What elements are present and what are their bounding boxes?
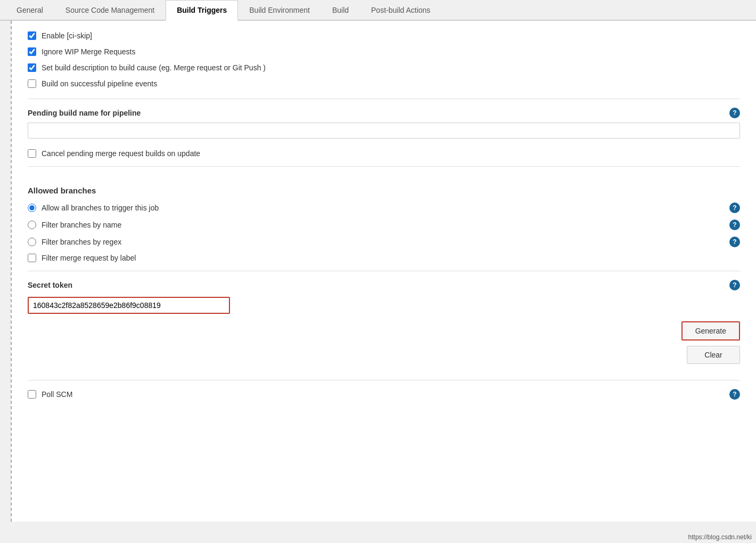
checkbox-row-ci-skip: Enable [ci-skip] <box>28 31 740 40</box>
tab-source-code[interactable]: Source Code Management <box>54 0 166 20</box>
filter-by-regex-help-icon[interactable]: ? <box>729 237 740 247</box>
pending-build-input[interactable] <box>28 123 740 139</box>
pending-build-label: Pending build name for pipeline <box>28 109 141 117</box>
radio-filter-by-regex: Filter branches by regex ? <box>28 237 740 247</box>
tab-build-environment[interactable]: Build Environment <box>238 0 321 20</box>
main-content: Enable [ci-skip] Ignore WIP Merge Reques… <box>11 21 756 522</box>
tab-bar: General Source Code Management Build Tri… <box>0 0 756 21</box>
checkbox-row-filter-merge: Filter merge request by label <box>28 254 740 262</box>
ignore-wip-label: Ignore WIP Merge Requests <box>42 47 135 56</box>
checkbox-row-set-build-desc: Set build description to build cause (eg… <box>28 63 740 72</box>
secret-token-input[interactable] <box>28 297 230 314</box>
checkbox-row-cancel-pending: Cancel pending merge request builds on u… <box>28 149 740 158</box>
build-pipeline-checkbox[interactable] <box>28 79 36 88</box>
status-bar: https://blog.csdn.net/ki <box>684 531 756 543</box>
triggers-checkboxes: Enable [ci-skip] Ignore WIP Merge Reques… <box>28 31 740 88</box>
poll-scm-label: Poll SCM <box>42 390 72 399</box>
secret-token-help-icon[interactable]: ? <box>729 280 740 290</box>
filter-by-name-radio[interactable] <box>28 221 36 229</box>
allowed-branches-section: Allowed branches Allow all branches to t… <box>28 166 740 262</box>
tab-general[interactable]: General <box>5 0 54 20</box>
cancel-pending-label: Cancel pending merge request builds on u… <box>42 149 200 158</box>
poll-scm-checkbox[interactable] <box>28 390 36 399</box>
build-pipeline-label: Build on successful pipeline events <box>42 79 157 88</box>
filter-merge-checkbox[interactable] <box>28 254 36 262</box>
secret-token-label-text: Secret token <box>28 281 72 289</box>
allowed-branches-title: Allowed branches <box>28 186 740 195</box>
secret-token-section: Secret token ? Generate Clear <box>28 271 740 364</box>
all-branches-radio[interactable] <box>28 204 36 212</box>
set-build-desc-checkbox[interactable] <box>28 63 36 72</box>
radio-all-branches: Allow all branches to trigger this job ? <box>28 202 740 213</box>
filter-by-regex-label: Filter branches by regex <box>42 238 121 246</box>
secret-token-label-row: Secret token ? <box>28 280 740 290</box>
set-build-desc-label: Set build description to build cause (eg… <box>42 63 266 72</box>
checkbox-row-ignore-wip: Ignore WIP Merge Requests <box>28 47 740 56</box>
poll-scm-help-icon[interactable]: ? <box>729 389 740 400</box>
ci-skip-label: Enable [ci-skip] <box>42 31 92 40</box>
clear-button[interactable]: Clear <box>687 346 740 364</box>
generate-button[interactable]: Generate <box>681 321 740 341</box>
poll-scm-section: Poll SCM ? <box>28 380 740 400</box>
tab-post-build[interactable]: Post-build Actions <box>360 0 441 20</box>
radio-filter-by-name: Filter branches by name ? <box>28 220 740 230</box>
pending-build-input-wrapper <box>28 123 740 139</box>
status-url: https://blog.csdn.net/ki <box>688 533 752 541</box>
pending-build-field: Pending build name for pipeline ? <box>28 99 740 118</box>
cancel-pending-checkbox[interactable] <box>28 149 36 158</box>
ignore-wip-checkbox[interactable] <box>28 47 36 56</box>
tab-build-triggers[interactable]: Build Triggers <box>166 0 238 21</box>
filter-by-name-label: Filter branches by name <box>42 221 121 229</box>
ci-skip-checkbox[interactable] <box>28 31 36 40</box>
filter-by-regex-radio[interactable] <box>28 238 36 246</box>
filter-merge-label: Filter merge request by label <box>42 254 136 262</box>
all-branches-label: Allow all branches to trigger this job <box>42 204 159 212</box>
filter-by-name-help-icon[interactable]: ? <box>729 220 740 230</box>
pending-build-help-icon[interactable]: ? <box>729 108 740 118</box>
tab-build[interactable]: Build <box>321 0 360 20</box>
all-branches-help-icon[interactable]: ? <box>729 202 740 213</box>
token-buttons: Generate Clear <box>28 321 740 364</box>
checkbox-row-build-pipeline: Build on successful pipeline events <box>28 79 740 88</box>
